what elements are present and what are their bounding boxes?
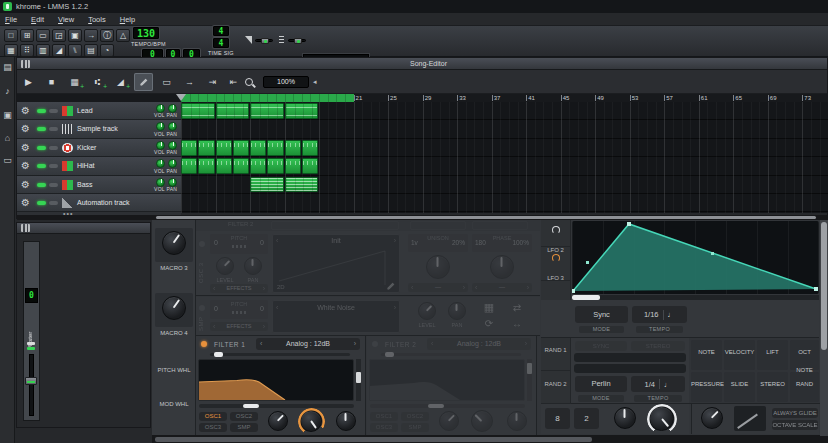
- pattern-block-bass[interactable]: [285, 177, 319, 193]
- solo-led[interactable]: [49, 183, 58, 187]
- voice-spread-knob[interactable]: [649, 406, 674, 431]
- filter1-cutoff-slider[interactable]: [199, 404, 354, 408]
- toggle-piano-roll-button[interactable]: ▥: [36, 44, 50, 57]
- macro3-knob[interactable]: [162, 231, 186, 255]
- pattern-block-lead[interactable]: [181, 103, 215, 119]
- mute-led[interactable]: [37, 127, 46, 131]
- track-gear-icon[interactable]: ⚙: [21, 105, 30, 117]
- master-volume-slider[interactable]: [255, 39, 273, 42]
- filter1-drive-handle[interactable]: [356, 372, 361, 383]
- zoom-arrow-icon[interactable]: ◂: [313, 78, 317, 86]
- track-gear-icon[interactable]: ⚙: [21, 142, 30, 154]
- pattern-block-kicker[interactable]: [250, 140, 266, 156]
- jump-end-button[interactable]: ⇥: [203, 73, 222, 91]
- rand1-tab[interactable]: RAND 1: [541, 338, 570, 371]
- filter1-drive-slider[interactable]: [356, 359, 361, 401]
- track-row-bass[interactable]: ⚙ Bass VOL PAN: [17, 176, 181, 194]
- mute-led[interactable]: [37, 109, 46, 113]
- presets-tab-icon[interactable]: ▣: [2, 110, 13, 121]
- smp-level-knob[interactable]: [418, 302, 436, 320]
- mod-source-pressure[interactable]: PRESSURE: [691, 372, 722, 402]
- toggle-bb-editor-button[interactable]: ⠿: [20, 44, 34, 57]
- track-row-hihat[interactable]: ⚙ HiHat VOL PAN: [17, 157, 181, 175]
- solo-led[interactable]: [49, 201, 58, 205]
- filter1-osc1-button[interactable]: OSC1: [199, 412, 227, 421]
- solo-led[interactable]: [49, 109, 58, 113]
- track-row-automation[interactable]: ⚙ Automation track: [17, 194, 181, 212]
- jump-start-button[interactable]: ⇤: [224, 73, 243, 91]
- filter1-blend-slider[interactable]: [210, 353, 350, 356]
- new-project-button[interactable]: □: [4, 29, 18, 42]
- filter2-cutoff-knob[interactable]: [471, 410, 493, 432]
- pattern-block-kicker[interactable]: [181, 140, 197, 156]
- unison-voices-box[interactable]: 2: [574, 408, 599, 429]
- computer-tab-icon[interactable]: ▭: [2, 155, 13, 166]
- menu-help[interactable]: Help: [120, 15, 135, 24]
- track-gear-icon[interactable]: ⚙: [21, 160, 30, 172]
- pattern-block-hihat[interactable]: [233, 158, 249, 174]
- smp-pan-knob[interactable]: [448, 302, 466, 320]
- pattern-block-kicker[interactable]: [285, 140, 301, 156]
- plugin-vscrollbar[interactable]: [820, 220, 828, 436]
- filter2-response-display[interactable]: [369, 359, 525, 401]
- lfo-mode-selector[interactable]: Sync: [575, 306, 628, 323]
- glide-curve-display[interactable]: [734, 406, 766, 431]
- track-row-sample[interactable]: ⚙ Sample track VOL PAN: [17, 120, 181, 138]
- metronome-button[interactable]: △: [116, 29, 130, 42]
- pattern-block-kicker[interactable]: [233, 140, 249, 156]
- hscroll-thumb[interactable]: [156, 216, 816, 219]
- filter2-drive-slider[interactable]: [527, 359, 532, 401]
- pattern-block-kicker[interactable]: [198, 140, 214, 156]
- add-sample-track-button[interactable]: ⑆+: [88, 73, 107, 91]
- track-name[interactable]: HiHat: [77, 162, 95, 169]
- filter2-smp-button[interactable]: SMP: [401, 423, 429, 432]
- filter1-resonance-knob[interactable]: [336, 411, 356, 431]
- filter1-cutoff-knob[interactable]: [300, 410, 322, 432]
- add-bb-track-button[interactable]: ▦+: [65, 73, 84, 91]
- home-tab-icon[interactable]: ⌂: [2, 133, 13, 144]
- voice-detune-knob[interactable]: [614, 407, 636, 429]
- fx-mixer-titlebar[interactable]: [17, 223, 150, 234]
- smp-random-phase-icon[interactable]: ⇄: [508, 301, 526, 314]
- osc3-unison-knob[interactable]: [426, 255, 450, 279]
- export-project-button[interactable]: →: [84, 29, 98, 42]
- master-fader-handle[interactable]: [25, 377, 37, 385]
- solo-led[interactable]: [49, 164, 58, 168]
- project-info-button[interactable]: ⓘ: [100, 29, 114, 42]
- filter2-power-led[interactable]: [372, 341, 378, 347]
- lfo-shape-display[interactable]: [572, 221, 819, 294]
- filter1-power-led[interactable]: [201, 341, 207, 347]
- filter2-model-selector[interactable]: ‹Analog : 12dB›: [427, 338, 531, 350]
- pattern-block-kicker[interactable]: [267, 140, 283, 156]
- pattern-block-lead[interactable]: [285, 103, 319, 119]
- rand-stereo-button[interactable]: STEREO: [631, 341, 685, 351]
- lfo3-tab[interactable]: LFO 3: [541, 248, 570, 281]
- solo-led[interactable]: [49, 146, 58, 150]
- track-name[interactable]: Kicker: [77, 144, 96, 151]
- mod-source-lift[interactable]: LIFT: [757, 340, 788, 370]
- timesig-numerator[interactable]: 4: [213, 26, 229, 36]
- project-notes-button[interactable]: ▤: [84, 44, 98, 57]
- osc3-phase-knob[interactable]: [490, 255, 514, 279]
- filter1-blend-knob[interactable]: [268, 411, 288, 431]
- mute-led[interactable]: [37, 201, 46, 205]
- edit-mode-button[interactable]: ▭: [157, 73, 176, 91]
- zoom-level-display[interactable]: 100%: [263, 76, 309, 88]
- add-automation-track-button[interactable]: ◢+: [111, 73, 130, 91]
- mute-led[interactable]: [37, 183, 46, 187]
- track-row-kicker[interactable]: ⚙ Kicker VOL PAN: [17, 139, 181, 157]
- osc3-unison-mode-selector[interactable]: ‹—›: [408, 283, 468, 292]
- smp-bounce-icon[interactable]: ↔: [508, 317, 526, 330]
- macro4-knob[interactable]: [162, 296, 186, 320]
- timeline-ruler[interactable]: 5913172125293337414549535761656973: [17, 94, 828, 102]
- lfo2-tab[interactable]: LFO 2: [541, 220, 570, 247]
- filter2-osc1-button[interactable]: OSC1: [370, 412, 398, 421]
- rand-tempo-selector[interactable]: 1/4♩: [631, 376, 685, 392]
- pattern-block-hihat[interactable]: [302, 158, 318, 174]
- track-name[interactable]: Automation track: [77, 199, 130, 206]
- master-level-display[interactable]: 0: [25, 288, 38, 303]
- master-channel-strip[interactable]: 0 Master: [23, 241, 40, 421]
- osc3-unison-cell[interactable]: 1v UNISON 20%: [408, 234, 468, 252]
- menu-file[interactable]: File: [5, 15, 17, 24]
- playback-follow-button[interactable]: →: [180, 73, 199, 91]
